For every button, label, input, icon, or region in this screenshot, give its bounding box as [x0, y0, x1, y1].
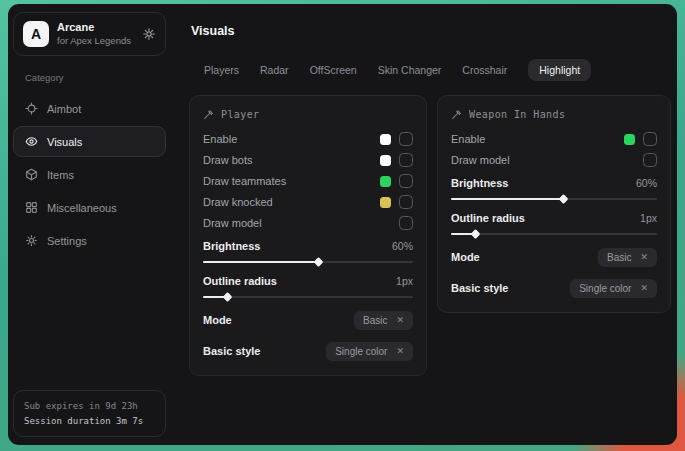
- tab-crosshair[interactable]: Crosshair: [462, 59, 507, 81]
- slider-thumb[interactable]: [313, 257, 323, 267]
- player-panel-header: Player: [203, 109, 413, 120]
- tab-offscreen[interactable]: OffScreen: [310, 59, 357, 81]
- toggle-label: Draw model: [451, 154, 510, 166]
- select-label: Basic style: [203, 345, 260, 357]
- grid-icon: [25, 201, 38, 214]
- close-icon[interactable]: ✕: [396, 315, 404, 325]
- select-basic-style: Basic style Single color ✕: [451, 278, 657, 298]
- sidebar-item-items[interactable]: Items: [13, 159, 166, 190]
- checkbox[interactable]: [643, 132, 657, 146]
- toggle-row-enable: Enable: [451, 132, 657, 146]
- player-panel: Player Enable Draw bots: [189, 95, 427, 376]
- color-swatch[interactable]: [380, 176, 391, 187]
- close-icon[interactable]: ✕: [396, 346, 404, 356]
- tab-skin-changer[interactable]: Skin Changer: [378, 59, 442, 81]
- slider-fill: [451, 198, 564, 200]
- tab-radar[interactable]: Radar: [260, 59, 289, 81]
- slider-track[interactable]: [451, 198, 657, 200]
- slider-brightness: Brightness 60%: [451, 177, 657, 200]
- slider-fill: [203, 296, 228, 298]
- sidebar: A Arcane for Apex Legends Category: [8, 4, 171, 445]
- close-icon[interactable]: ✕: [640, 252, 648, 262]
- app-logo: A: [23, 21, 49, 47]
- checkbox[interactable]: [399, 195, 413, 209]
- slider-label: Outline radius: [451, 212, 525, 224]
- close-icon[interactable]: ✕: [640, 283, 648, 293]
- sidebar-item-label: Visuals: [47, 136, 82, 148]
- checkbox[interactable]: [399, 174, 413, 188]
- tag-chip[interactable]: Single color ✕: [326, 342, 413, 361]
- checkbox[interactable]: [643, 153, 657, 167]
- panel-title: Player: [221, 109, 260, 120]
- slider-label: Brightness: [203, 240, 260, 252]
- tag-value: Single color: [579, 283, 631, 294]
- app-window: A Arcane for Apex Legends Category: [8, 4, 677, 445]
- sidebar-item-label: Items: [47, 169, 74, 181]
- panel-title: Weapon In Hands: [469, 109, 565, 120]
- tag-chip[interactable]: Single color ✕: [570, 279, 657, 298]
- category-label: Category: [25, 72, 166, 83]
- sidebar-spacer: [13, 256, 166, 390]
- checkbox[interactable]: [399, 216, 413, 230]
- tag-value: Basic: [363, 315, 387, 326]
- session-duration-text: Session duration 3m 7s: [24, 414, 155, 428]
- checkbox[interactable]: [399, 153, 413, 167]
- subscription-card: Sub expires in 9d 23h Session duration 3…: [13, 390, 166, 437]
- tag-value: Basic: [607, 252, 631, 263]
- tab-highlight[interactable]: Highlight: [528, 59, 591, 81]
- sidebar-item-settings[interactable]: Settings: [13, 225, 166, 256]
- tag-chip[interactable]: Basic ✕: [598, 248, 657, 267]
- settings-gear-icon[interactable]: [142, 27, 156, 41]
- sidebar-item-visuals[interactable]: Visuals: [13, 126, 166, 157]
- page-title: Visuals: [191, 24, 671, 38]
- color-swatch[interactable]: [380, 155, 391, 166]
- slider-track[interactable]: [451, 233, 657, 235]
- tab-players[interactable]: Players: [204, 59, 239, 81]
- sub-expires-text: Sub expires in 9d 23h: [24, 399, 155, 413]
- tool-icon: [451, 109, 462, 120]
- sidebar-item-label: Settings: [47, 235, 87, 247]
- tool-icon: [203, 109, 214, 120]
- toggle-row-draw-model: Draw model: [451, 153, 657, 167]
- slider-thumb[interactable]: [223, 292, 233, 302]
- brand-text: Arcane for Apex Legends: [57, 21, 134, 47]
- sidebar-item-aimbot[interactable]: Aimbot: [13, 93, 166, 124]
- eye-icon: [25, 135, 38, 148]
- slider-brightness: Brightness 60%: [203, 240, 413, 263]
- color-swatch[interactable]: [380, 197, 391, 208]
- select-label: Mode: [203, 314, 232, 326]
- gear-icon: [25, 234, 38, 247]
- brand-title: Arcane: [57, 21, 134, 35]
- toggle-label: Draw model: [203, 217, 262, 229]
- toggle-row-draw-teammates: Draw teammates: [203, 174, 413, 188]
- slider-value: 60%: [392, 240, 413, 252]
- select-mode: Mode Basic ✕: [203, 310, 413, 330]
- slider-value: 1px: [396, 275, 413, 287]
- toggle-row-enable: Enable: [203, 132, 413, 146]
- crosshair-icon: [25, 102, 38, 115]
- checkbox[interactable]: [399, 132, 413, 146]
- slider-track[interactable]: [203, 296, 413, 298]
- panels-row: Player Enable Draw bots: [189, 95, 671, 376]
- sidebar-item-miscellaneous[interactable]: Miscellaneous: [13, 192, 166, 223]
- color-swatch[interactable]: [624, 134, 635, 145]
- slider-fill: [203, 261, 319, 263]
- slider-fill: [451, 233, 476, 235]
- sidebar-nav: Aimbot Visuals Items: [13, 93, 166, 256]
- slider-track[interactable]: [203, 261, 413, 263]
- toggle-row-draw-model: Draw model: [203, 216, 413, 230]
- tag-chip[interactable]: Basic ✕: [354, 311, 413, 330]
- toggle-label: Enable: [451, 133, 485, 145]
- slider-label: Outline radius: [203, 275, 277, 287]
- sidebar-item-label: Miscellaneous: [47, 202, 117, 214]
- toggle-label: Draw bots: [203, 154, 253, 166]
- select-basic-style: Basic style Single color ✕: [203, 341, 413, 361]
- slider-thumb[interactable]: [470, 229, 480, 239]
- box-icon: [25, 168, 38, 181]
- slider-thumb[interactable]: [559, 194, 569, 204]
- tag-value: Single color: [335, 346, 387, 357]
- weapon-panel-header: Weapon In Hands: [451, 109, 657, 120]
- slider-outline-radius: Outline radius 1px: [451, 212, 657, 235]
- color-swatch[interactable]: [380, 134, 391, 145]
- toggle-row-draw-knocked: Draw knocked: [203, 195, 413, 209]
